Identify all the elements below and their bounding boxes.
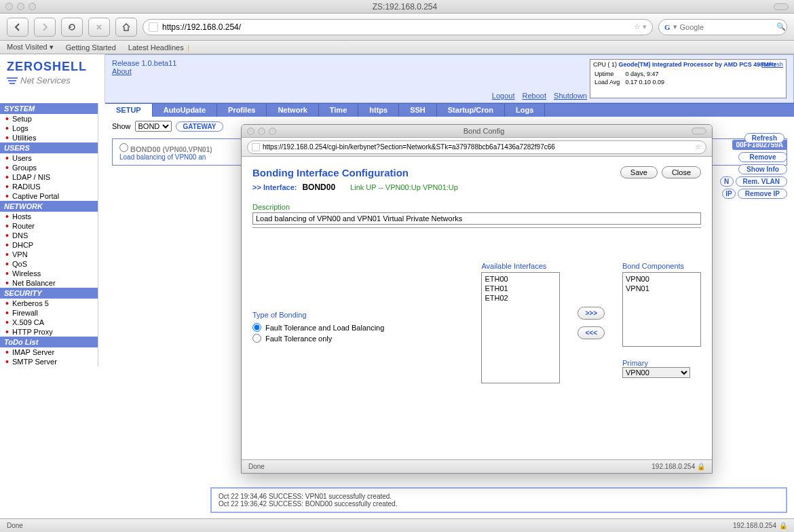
n-button[interactable]: N [720, 176, 734, 187]
search-box[interactable]: G▾ 🔍 [658, 19, 787, 35]
tab-setup[interactable]: SETUP [105, 104, 153, 117]
logo-line2: Net Services [7, 75, 102, 86]
components-label: Bond Components [622, 262, 701, 270]
popup-close-dot[interactable] [247, 128, 254, 135]
reboot-link[interactable]: Reboot [523, 92, 546, 100]
log-line: Oct 22 19:34,46 SUCCESS: VPN01 successfu… [219, 493, 779, 500]
sidebar-item[interactable]: Net Balancer [0, 278, 98, 288]
home-button[interactable] [115, 18, 137, 37]
bookmark-getting-started[interactable]: Getting Started [66, 43, 116, 52]
list-item[interactable]: ETH00 [483, 274, 558, 284]
sidebar-item[interactable]: Captive Portal [0, 191, 98, 201]
sidebar-item[interactable]: QoS [0, 259, 98, 269]
sidebar-item[interactable]: IMAP Server [0, 347, 98, 357]
tab-logs[interactable]: Logs [505, 104, 545, 117]
favicon-icon [149, 22, 158, 32]
components-listbox[interactable]: VPN00VPN01 [622, 272, 701, 347]
bookmarks-bar: Most Visited ▾ Getting Started Latest He… [0, 41, 794, 54]
rem-vlan-button[interactable]: Rem. VLAN [736, 176, 787, 187]
bond-radio[interactable] [119, 143, 128, 152]
tab-autoupdate[interactable]: AutoUpdate [153, 104, 217, 117]
interface-value: BOND00 [302, 183, 335, 192]
sidebar-item[interactable]: Hosts [0, 212, 98, 221]
tab-time[interactable]: Time [319, 104, 358, 117]
about-link[interactable]: About [112, 67, 132, 75]
popup-window: Bond Config ☆ Bonding Interface Configur… [241, 124, 713, 474]
tab-ssh[interactable]: SSH [399, 104, 437, 117]
sysbox-refresh-link[interactable]: Refresh [761, 61, 783, 68]
sidebar-item[interactable]: SMTP Server [0, 357, 98, 366]
sidebar-item[interactable]: RADIUS [0, 182, 98, 191]
sidebar-item[interactable]: HTTP Proxy [0, 327, 98, 337]
sidebar-item[interactable]: Kerberos 5 [0, 299, 98, 308]
sidebar-item[interactable]: VPN [0, 250, 98, 259]
stop-button[interactable] [88, 18, 110, 37]
popup-star-icon[interactable]: ☆ [695, 142, 702, 151]
sidebar-item[interactable]: Wireless [0, 269, 98, 278]
list-item[interactable]: ETH01 [483, 284, 558, 293]
bookmark-latest-headlines[interactable]: Latest Headlines ⟊ [128, 43, 191, 52]
add-button[interactable]: >>> [578, 307, 605, 320]
popup-statusbar: Done 192.168.0.254 🔒 [242, 459, 712, 473]
remove-button[interactable]: Remove [738, 152, 787, 162]
url-bar[interactable]: ☆ ▾ [143, 19, 653, 35]
bonding-type-radio-1[interactable] [252, 323, 261, 332]
top-action-links: Logout Reboot Shutdown [489, 92, 590, 100]
description-label: Description [252, 203, 701, 211]
sidebar-item[interactable]: Router [0, 221, 98, 231]
sidebar-item[interactable]: DNS [0, 231, 98, 240]
sidebar-item[interactable]: Logs [0, 124, 98, 133]
logout-link[interactable]: Logout [492, 92, 515, 100]
showinfo-button[interactable]: Show Info [738, 164, 787, 174]
sidebar-item[interactable]: Users [0, 153, 98, 163]
popup-pill[interactable] [692, 128, 706, 134]
list-item[interactable]: VPN00 [624, 274, 699, 284]
save-button[interactable]: Save [620, 166, 658, 178]
sidebar-item[interactable]: Utilities [0, 133, 98, 142]
reload-button[interactable] [61, 18, 83, 37]
popup-url-input[interactable] [263, 143, 692, 151]
show-select[interactable]: BOND [135, 121, 172, 132]
bonding-type-radio-2[interactable] [252, 334, 261, 343]
list-item[interactable]: ETH02 [483, 293, 558, 303]
sidebar-item[interactable]: Groups [0, 163, 98, 172]
shutdown-link[interactable]: Shutdown [554, 92, 587, 100]
min-dot[interactable] [17, 3, 24, 10]
popup-zoom-dot[interactable] [269, 128, 276, 135]
back-button[interactable] [7, 18, 29, 37]
sidebar-item[interactable]: LDAP / NIS [0, 172, 98, 182]
log-line: Oct 22 19:36,42 SUCCESS: BOND00 successf… [219, 500, 779, 508]
gateway-button[interactable]: GATEWAY [176, 121, 224, 132]
tab-https[interactable]: https [358, 104, 399, 117]
bookmark-most-visited[interactable]: Most Visited ▾ [7, 43, 54, 52]
bookmark-star-icon[interactable]: ☆ ▾ [634, 22, 647, 31]
sidebar-item[interactable]: X.509 CA [0, 318, 98, 327]
close-button[interactable]: Close [662, 166, 701, 178]
sidebar-item[interactable]: Setup [0, 114, 98, 124]
search-icon[interactable]: 🔍 [776, 22, 786, 31]
tab-startup/cron[interactable]: Startup/Cron [437, 104, 505, 117]
popup-url-bar[interactable]: ☆ [247, 140, 706, 154]
popup-status-done: Done [248, 463, 265, 470]
primary-label: Primary [622, 359, 701, 367]
list-item[interactable]: VPN01 [624, 284, 699, 293]
zoom-dot[interactable] [29, 3, 36, 10]
ip-button[interactable]: IP [722, 189, 736, 199]
sidebar-item[interactable]: DHCP [0, 240, 98, 250]
available-listbox[interactable]: ETH00ETH01ETH02 [481, 272, 560, 383]
popup-min-dot[interactable] [258, 128, 265, 135]
primary-select[interactable]: VPN00 [622, 367, 690, 378]
tab-profiles[interactable]: Profiles [217, 104, 267, 117]
description-input[interactable] [252, 212, 701, 225]
popup-heading: Bonding Interface Configuration [252, 167, 409, 178]
forward-button[interactable] [34, 18, 56, 37]
close-dot[interactable] [5, 3, 13, 10]
tab-network[interactable]: Network [267, 104, 318, 117]
window-pill[interactable] [774, 3, 789, 10]
remove-from-bond-button[interactable]: <<< [578, 326, 605, 339]
remove-ip-button[interactable]: Remove IP [738, 189, 787, 199]
sidebar-item[interactable]: Firewall [0, 308, 98, 318]
url-input[interactable] [162, 22, 630, 32]
refresh-button[interactable]: Refresh [744, 133, 784, 143]
search-input[interactable] [680, 23, 774, 31]
